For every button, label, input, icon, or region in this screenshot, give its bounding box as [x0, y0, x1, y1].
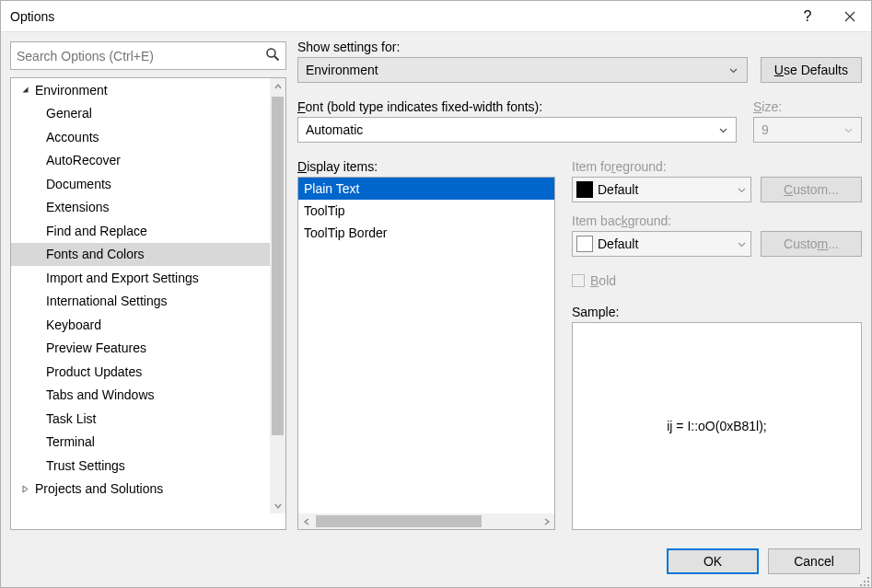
item-foreground-label: Item foreground:	[572, 159, 751, 174]
show-settings-for-label: Show settings for:	[297, 40, 748, 54]
svg-point-3	[867, 581, 869, 582]
sample-preview: ij = I::oO(0xB81l);	[572, 322, 862, 530]
close-button[interactable]	[829, 1, 871, 32]
tree-item-label: Fonts and Colors	[46, 247, 145, 261]
chevron-down-icon	[725, 66, 743, 75]
chevron-down-icon	[714, 126, 732, 134]
sample-label: Sample:	[572, 305, 862, 319]
tree-item-label: Preview Features	[46, 340, 146, 355]
tree-item-accounts[interactable]: Accounts	[11, 125, 270, 149]
display-items-listbox[interactable]: Plain TextToolTipToolTip Border	[297, 177, 555, 530]
background-custom-button[interactable]: Custom...	[761, 231, 862, 257]
tree-item-label: Product Updates	[46, 364, 142, 379]
chevron-down-icon	[732, 186, 750, 194]
tree-item-label: Find and Replace	[46, 224, 147, 238]
search-icon	[265, 47, 280, 64]
show-settings-for-combo[interactable]: Environment	[297, 57, 748, 83]
tree-item-label: Trust Settings	[46, 458, 125, 473]
tree-item-international-settings[interactable]: International Settings	[11, 290, 270, 314]
list-item[interactable]: Plain Text	[298, 178, 554, 200]
tree-item-documents[interactable]: Documents	[11, 172, 270, 196]
tree-item-label: Accounts	[46, 130, 99, 144]
svg-point-2	[864, 581, 866, 582]
tree-item-tabs-and-windows[interactable]: Tabs and Windows	[11, 384, 270, 408]
list-item[interactable]: ToolTip Border	[298, 222, 554, 244]
background-combo[interactable]: Default	[572, 231, 751, 257]
scroll-right-arrow-icon[interactable]	[539, 513, 554, 529]
tree-expand-icon	[18, 84, 31, 97]
tree-item-label: Terminal	[46, 434, 95, 449]
svg-point-6	[867, 584, 869, 586]
tree-item-task-list[interactable]: Task List	[11, 407, 270, 431]
cancel-button[interactable]: Cancel	[768, 548, 860, 574]
search-input[interactable]	[17, 49, 265, 63]
tree-item-find-and-replace[interactable]: Find and Replace	[11, 219, 270, 243]
tree-item-extensions[interactable]: Extensions	[11, 196, 270, 220]
display-items-label: Display items:	[297, 159, 555, 174]
tree-item-keyboard[interactable]: Keyboard	[11, 313, 270, 337]
tree-item-label: Import and Export Settings	[46, 271, 199, 285]
bold-checkbox[interactable]	[572, 274, 585, 287]
tree-item-autorecover[interactable]: AutoRecover	[11, 149, 270, 173]
ok-button[interactable]: OK	[667, 548, 759, 574]
tree-item-label: Extensions	[46, 200, 109, 214]
tree-item-environment[interactable]: Environment	[11, 78, 270, 102]
svg-point-0	[267, 49, 275, 57]
resize-grip-icon[interactable]	[859, 575, 870, 586]
help-button[interactable]: ?	[786, 1, 829, 32]
svg-point-4	[860, 584, 862, 586]
foreground-custom-button[interactable]: Custom...	[761, 177, 862, 202]
scroll-left-arrow-icon[interactable]	[298, 513, 314, 529]
tree-item-preview-features[interactable]: Preview Features	[11, 337, 270, 361]
tree-item-label: General	[46, 106, 92, 121]
tree-item-trust-settings[interactable]: Trust Settings	[11, 454, 270, 478]
use-defaults-button[interactable]: Use Defaults	[761, 57, 862, 83]
tree-item-product-updates[interactable]: Product Updates	[11, 360, 270, 384]
tree-item-general[interactable]: General	[11, 102, 270, 126]
chevron-down-icon	[732, 240, 750, 248]
chevron-down-icon	[839, 126, 857, 134]
listbox-horizontal-scrollbar[interactable]	[298, 513, 554, 529]
search-options-field[interactable]	[10, 41, 286, 70]
tree-item-label: Keyboard	[46, 317, 101, 332]
tree-vertical-scrollbar[interactable]	[270, 78, 285, 513]
tree-item-label: Projects and Solutions	[35, 481, 163, 496]
tree-item-label: Environment	[35, 83, 108, 98]
titlebar: Options ?	[1, 1, 871, 32]
tree-item-projects-and-solutions[interactable]: Projects and Solutions	[11, 478, 270, 502]
font-combo[interactable]: Automatic	[297, 117, 737, 143]
scroll-down-arrow-icon[interactable]	[270, 498, 285, 513]
tree-item-terminal[interactable]: Terminal	[11, 431, 270, 455]
foreground-combo[interactable]: Default	[572, 177, 751, 202]
list-item[interactable]: ToolTip	[298, 200, 554, 222]
foreground-swatch	[576, 181, 593, 198]
size-label: Size:	[753, 99, 862, 114]
svg-point-1	[867, 577, 869, 579]
tree-collapse-icon	[18, 482, 31, 495]
options-tree: EnvironmentGeneralAccountsAutoRecoverDoc…	[10, 77, 286, 530]
window-title: Options	[10, 9, 786, 24]
tree-item-fonts-and-colors[interactable]: Fonts and Colors	[11, 243, 270, 267]
font-label: Font (bold type indicates fixed-width fo…	[297, 99, 737, 114]
tree-item-label: AutoRecover	[46, 153, 121, 167]
scroll-up-arrow-icon[interactable]	[270, 78, 285, 94]
close-icon	[844, 11, 855, 22]
tree-item-label: Tabs and Windows	[46, 387, 155, 402]
background-swatch	[576, 236, 593, 252]
size-combo[interactable]: 9	[753, 117, 862, 143]
item-background-label: Item background:	[572, 213, 751, 228]
tree-item-label: Documents	[46, 177, 111, 191]
tree-item-label: International Settings	[46, 294, 168, 308]
bold-label: Bold	[590, 273, 616, 288]
tree-item-import-and-export-settings[interactable]: Import and Export Settings	[11, 266, 270, 290]
svg-point-5	[864, 584, 866, 586]
tree-item-label: Task List	[46, 411, 96, 426]
